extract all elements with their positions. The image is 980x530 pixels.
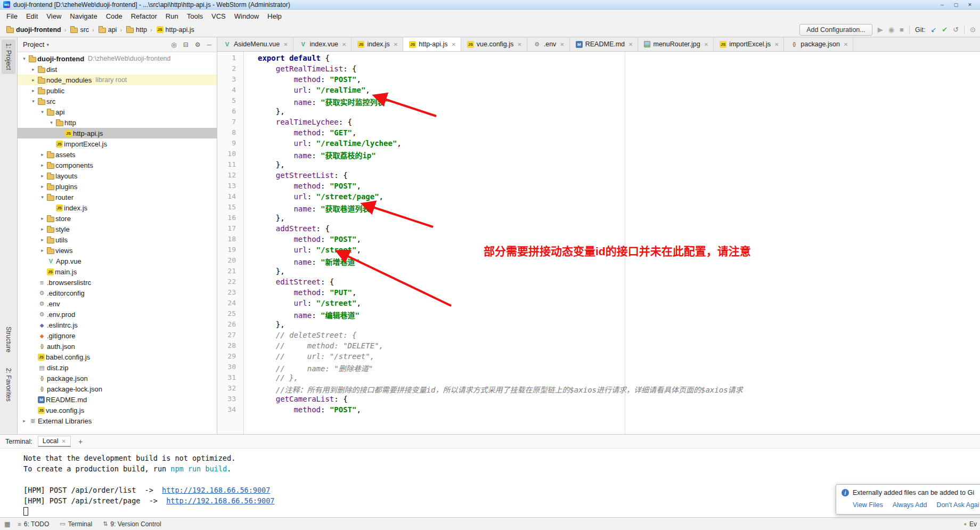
menu-vcs[interactable]: VCS <box>207 11 230 22</box>
line-number[interactable]: 9 <box>217 139 243 150</box>
tree-item-api[interactable]: ▾api <box>18 107 217 117</box>
editor[interactable]: 1234567891011121314151617181920212223242… <box>217 52 980 434</box>
line-number[interactable]: 26 <box>217 320 243 331</box>
stripe-tab-2-favorites[interactable]: 2: Favorites <box>2 364 15 405</box>
code-line[interactable]: method: "POST", <box>258 405 980 416</box>
tool-window-switcher-icon[interactable]: ▦ <box>4 520 10 528</box>
locate-icon[interactable]: ◎ <box>171 42 176 48</box>
statusbar-9-version-control[interactable]: ⇅9: Version Control <box>103 520 161 528</box>
tree-item-vue-config-js[interactable]: JSvue.config.js <box>18 405 217 415</box>
tree-item-components[interactable]: ▸components <box>18 160 217 170</box>
menu-file[interactable]: File <box>2 11 22 22</box>
code-line[interactable]: url: "/realTime", <box>258 86 980 96</box>
tree-item-eslintrc-js[interactable]: ◆.eslintrc.js <box>18 320 217 330</box>
line-number[interactable]: 27 <box>217 331 243 341</box>
tree-item-src[interactable]: ▾src <box>18 96 217 107</box>
line-number[interactable]: 3 <box>217 75 243 86</box>
close-icon[interactable]: ✕ <box>704 42 708 47</box>
tree-item-auth-json[interactable]: {}auth.json <box>18 341 217 352</box>
git-commit-icon[interactable]: ✔ <box>942 26 948 33</box>
collapse-all-icon[interactable]: ⊟ <box>183 42 189 48</box>
close-icon[interactable]: ✕ <box>963 2 977 7</box>
line-number[interactable]: 31 <box>217 373 243 384</box>
line-number[interactable]: 21 <box>217 267 243 278</box>
chevron-down-icon[interactable]: ▾ <box>21 56 28 61</box>
line-number[interactable]: 20 <box>217 256 243 267</box>
settings-icon[interactable]: ⚙ <box>195 42 201 48</box>
tree-item-assets[interactable]: ▸assets <box>18 149 217 160</box>
line-number[interactable]: 5 <box>217 96 243 107</box>
chevron-down-icon[interactable]: ▾ <box>48 120 55 125</box>
code-line[interactable]: // name: "删除巷道" <box>258 363 980 373</box>
tree-item-package-lock-json[interactable]: {}package-lock.json <box>18 384 217 394</box>
tree-item-dist[interactable]: ▸dist <box>18 64 217 75</box>
line-number[interactable]: 2 <box>217 64 243 75</box>
tree-item-index-js[interactable]: JSindex.js <box>18 202 217 213</box>
chevron-right-icon[interactable]: ▸ <box>30 67 37 72</box>
statusbar-terminal[interactable]: ▭Terminal <box>60 520 92 528</box>
breadcrumb-item-http-api-js[interactable]: JShttp-api.js <box>156 26 194 34</box>
code-line[interactable]: url: "/realTime/lychee", <box>258 139 980 150</box>
terminal-cursor[interactable] <box>23 507 28 516</box>
line-number[interactable]: 28 <box>217 341 243 352</box>
line-number[interactable]: 8 <box>217 128 243 139</box>
code-line[interactable]: url: "/street/page", <box>258 192 980 203</box>
terminal-link[interactable]: http://192.168.66.56:9007 <box>166 496 274 505</box>
tree-item-utils[interactable]: ▸utils <box>18 234 217 245</box>
tab-http-api-js[interactable]: JShttp-api.js✕ <box>403 37 461 51</box>
chevron-right-icon[interactable]: ▸ <box>39 216 46 221</box>
tree-item-external-libraries[interactable]: ▸≣External Libraries <box>18 415 217 426</box>
code-line[interactable]: // method: "DELETE", <box>258 341 980 352</box>
hide-icon[interactable]: ─ <box>207 42 211 48</box>
line-number[interactable]: 22 <box>217 278 243 288</box>
tree-item-browserslistrc[interactable]: ≣.browserslistrc <box>18 277 217 288</box>
tab-asidemenu-vue[interactable]: VAsideMenu.vue✕ <box>217 37 293 51</box>
close-icon[interactable]: ✕ <box>844 42 848 47</box>
maximize-icon[interactable]: ▢ <box>949 2 963 7</box>
line-number[interactable]: 32 <box>217 384 243 395</box>
tree-item-http-api-js[interactable]: JShttp-api.js <box>18 128 217 138</box>
code-line[interactable]: // url: "/street", <box>258 352 980 363</box>
code-line[interactable]: }, <box>258 267 980 278</box>
menu-code[interactable]: Code <box>102 11 127 22</box>
breadcrumb-item-api[interactable]: api <box>97 26 117 34</box>
tree-item-public[interactable]: ▸public <box>18 85 217 96</box>
code-line[interactable]: }, <box>258 107 980 118</box>
tab-readme-md[interactable]: MREADME.md✕ <box>570 37 639 51</box>
chevron-down-icon[interactable]: ▾ <box>39 109 46 115</box>
code-line[interactable]: method: "GET", <box>258 128 980 139</box>
menu-run[interactable]: Run <box>161 11 183 22</box>
terminal-output[interactable]: Note that the development build is not o… <box>0 449 980 517</box>
tree-item-router[interactable]: ▾router <box>18 192 217 202</box>
tab-index-vue[interactable]: Vindex.vue✕ <box>293 37 352 51</box>
chevron-right-icon[interactable]: ▸ <box>39 184 46 189</box>
tree-item-dist-zip[interactable]: ▤dist.zip <box>18 362 217 373</box>
editor-gutter[interactable]: 1234567891011121314151617181920212223242… <box>217 52 244 434</box>
line-number[interactable]: 33 <box>217 395 243 405</box>
line-number[interactable]: 12 <box>217 171 243 182</box>
code-line[interactable]: url: "/street", <box>258 299 980 309</box>
tab-env[interactable]: ⚙.env✕ <box>527 37 570 51</box>
tree-item-app-vue[interactable]: VApp.vue <box>18 256 217 266</box>
git-update-icon[interactable]: ↙ <box>930 26 936 33</box>
tree-item-babel-config-js[interactable]: JSbabel.config.js <box>18 352 217 362</box>
code-line[interactable]: export default { <box>258 54 980 64</box>
close-icon[interactable]: ✕ <box>560 42 564 47</box>
git-history-icon[interactable]: ↺ <box>953 26 959 33</box>
code-line[interactable]: realTimeLychee: { <box>258 118 980 128</box>
notification-link-always-add[interactable]: Always Add <box>893 501 927 509</box>
tab-importexcel-js[interactable]: JSimportExcel.js✕ <box>714 37 784 51</box>
stripe-tab-1-project[interactable]: 1: Project <box>2 39 15 74</box>
new-terminal-icon[interactable]: + <box>76 437 85 446</box>
code-line[interactable]: method: "PUT", <box>258 288 980 299</box>
chevron-right-icon[interactable]: ▸ <box>39 162 46 168</box>
tree-item-style[interactable]: ▸style <box>18 224 217 234</box>
code-line[interactable]: }, <box>258 214 980 224</box>
code-line[interactable]: // deleteStreet: { <box>258 331 980 341</box>
project-panel-title[interactable]: Project <box>23 40 44 48</box>
statusbar-event-log[interactable]: ● Ev <box>964 520 977 528</box>
tree-item-duoji-frontend[interactable]: ▾duoji-frontendD:\zheheWeb\duoji-fronten… <box>18 53 217 64</box>
chevron-right-icon[interactable]: ▸ <box>39 173 46 178</box>
line-number[interactable]: 11 <box>217 160 243 171</box>
close-icon[interactable]: ✕ <box>283 42 288 47</box>
